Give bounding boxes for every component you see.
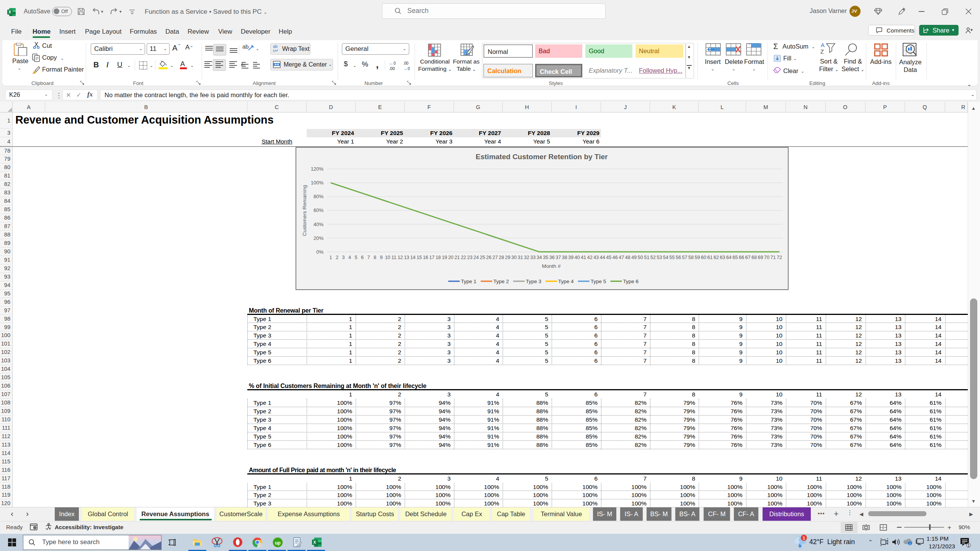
- svg-text:23: 23: [467, 255, 472, 260]
- svg-text:60%: 60%: [314, 207, 323, 213]
- svg-text:11: 11: [392, 255, 397, 260]
- svg-text:47: 47: [619, 255, 624, 260]
- svg-text:51: 51: [644, 255, 649, 260]
- svg-text:52: 52: [650, 255, 656, 260]
- svg-text:2: 2: [336, 255, 338, 260]
- svg-text:59: 59: [694, 255, 700, 260]
- svg-text:22: 22: [461, 255, 466, 260]
- svg-text:5: 5: [355, 255, 358, 260]
- svg-text:55: 55: [669, 255, 675, 260]
- svg-text:Month #: Month #: [542, 263, 561, 269]
- svg-text:100%: 100%: [311, 180, 324, 186]
- svg-text:49: 49: [631, 255, 637, 260]
- svg-text:24: 24: [474, 255, 479, 260]
- svg-text:30: 30: [511, 255, 517, 260]
- svg-text:Type 2: Type 2: [493, 279, 509, 284]
- svg-text:63: 63: [720, 255, 725, 260]
- svg-text:17: 17: [429, 255, 434, 260]
- svg-text:27: 27: [492, 255, 498, 260]
- svg-text:6: 6: [361, 255, 364, 260]
- svg-text:44: 44: [600, 255, 605, 260]
- svg-text:57: 57: [682, 255, 687, 260]
- svg-text:Type 3: Type 3: [526, 279, 541, 284]
- svg-text:65: 65: [732, 255, 738, 260]
- svg-text:0%: 0%: [316, 249, 323, 255]
- svg-text:Type 6: Type 6: [623, 279, 639, 284]
- svg-text:28: 28: [499, 255, 504, 260]
- svg-text:58: 58: [688, 255, 694, 260]
- svg-text:32: 32: [524, 255, 529, 260]
- svg-text:36: 36: [549, 255, 555, 260]
- svg-text:9: 9: [380, 255, 383, 260]
- svg-text:43: 43: [593, 255, 599, 260]
- svg-text:40%: 40%: [314, 222, 323, 227]
- svg-text:40: 40: [575, 255, 580, 260]
- svg-text:7: 7: [368, 255, 370, 260]
- svg-text:54: 54: [663, 255, 668, 260]
- svg-text:Type 4: Type 4: [558, 279, 574, 284]
- svg-text:39: 39: [568, 255, 573, 260]
- svg-text:up: up: [275, 540, 281, 546]
- svg-text:15: 15: [416, 255, 422, 260]
- svg-text:48: 48: [625, 255, 630, 260]
- svg-text:26: 26: [486, 255, 492, 260]
- svg-text:Estimated Customer Retention b: Estimated Customer Retention by Tier: [476, 153, 608, 161]
- svg-text:33: 33: [530, 255, 536, 260]
- svg-text:Customers Remaining: Customers Remaining: [302, 185, 307, 236]
- svg-text:53: 53: [657, 255, 662, 260]
- svg-text:3: 3: [342, 255, 345, 260]
- svg-text:25: 25: [480, 255, 485, 260]
- svg-text:67: 67: [745, 255, 751, 260]
- svg-text:1: 1: [967, 543, 970, 548]
- svg-text:46: 46: [612, 255, 618, 260]
- svg-text:12: 12: [398, 255, 403, 260]
- svg-text:29: 29: [505, 255, 510, 260]
- svg-text:14: 14: [410, 255, 416, 260]
- svg-text:35: 35: [543, 255, 548, 260]
- svg-text:45: 45: [606, 255, 611, 260]
- svg-text:42: 42: [587, 255, 593, 260]
- svg-text:18: 18: [436, 255, 441, 260]
- svg-text:Type 5: Type 5: [591, 279, 606, 284]
- svg-text:62: 62: [714, 255, 719, 260]
- svg-text:41: 41: [581, 255, 586, 260]
- svg-text:8: 8: [374, 255, 376, 260]
- svg-text:64: 64: [726, 255, 732, 260]
- svg-text:61: 61: [707, 255, 712, 260]
- svg-text:68: 68: [751, 255, 757, 260]
- svg-text:37: 37: [555, 255, 561, 260]
- svg-text:71: 71: [771, 255, 776, 260]
- svg-text:1: 1: [330, 255, 332, 260]
- svg-text:66: 66: [739, 255, 744, 260]
- svg-text:56: 56: [676, 255, 681, 260]
- svg-text:13: 13: [404, 255, 409, 260]
- svg-text:38: 38: [562, 255, 567, 260]
- svg-text:69: 69: [758, 255, 763, 260]
- svg-text:34: 34: [537, 255, 542, 260]
- svg-text:70: 70: [764, 255, 769, 260]
- svg-text:60: 60: [701, 255, 706, 260]
- svg-text:19: 19: [442, 255, 447, 260]
- svg-text:20%: 20%: [314, 235, 323, 241]
- svg-text:72: 72: [777, 255, 782, 260]
- svg-text:16: 16: [423, 255, 428, 260]
- svg-text:Type 1: Type 1: [461, 279, 477, 284]
- svg-text:10: 10: [385, 255, 390, 260]
- svg-text:1: 1: [803, 536, 805, 540]
- svg-text:X: X: [313, 540, 316, 544]
- svg-text:31: 31: [518, 255, 523, 260]
- svg-text:20: 20: [448, 255, 454, 260]
- svg-text:21: 21: [454, 255, 460, 260]
- svg-text:X: X: [8, 10, 11, 14]
- svg-text:120%: 120%: [311, 166, 324, 172]
- svg-text:80%: 80%: [314, 194, 323, 199]
- svg-text:50: 50: [638, 255, 643, 260]
- svg-text:4: 4: [348, 255, 351, 260]
